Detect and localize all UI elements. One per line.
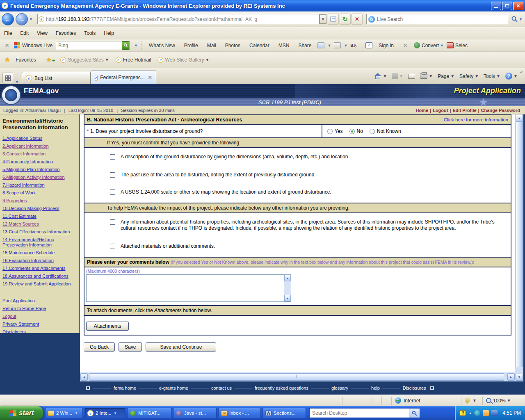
sidebar-link-return-home[interactable]: Return to Home Page: [2, 306, 77, 311]
checkbox-usgs-map[interactable]: [110, 189, 115, 195]
translate-icon[interactable]: aあ: [350, 42, 357, 48]
link-photos[interactable]: Photos: [221, 41, 245, 50]
sidebar-item-maintenance-schedule[interactable]: 15.Maintenance Schedule: [2, 250, 77, 256]
sidebar-item-cost-effectiveness-information[interactable]: 13.Cost Effectiveness Information: [2, 229, 77, 235]
grid-dropdown-icon[interactable]: ▼: [344, 43, 347, 48]
sidebar-item-match-sources[interactable]: 12.Match Sources: [2, 221, 77, 227]
tab-close-icon[interactable]: ✕: [148, 75, 152, 80]
tools-menu[interactable]: Tools▼: [481, 73, 503, 79]
horizontal-scroll-thumb[interactable]: ⦀: [89, 373, 504, 381]
vertical-scrollbar[interactable]: ▲ ▼: [515, 114, 523, 381]
address-input[interactable]: e http://192.168.3.193:7777/FEMAMitigati…: [37, 14, 320, 24]
help-button[interactable]: ?▼: [503, 73, 520, 80]
save-and-continue-button[interactable]: Save and Continue: [146, 342, 216, 352]
tray-outlook-icon[interactable]: [483, 410, 489, 416]
taskbar-item-internet[interactable]: e 2 Inte...▼: [84, 408, 126, 418]
tray-expand-icon[interactable]: ▲: [468, 411, 472, 415]
add-favorite-icon[interactable]: ★➜: [46, 56, 55, 64]
checkbox-past-use[interactable]: [110, 172, 115, 178]
link-calendar[interactable]: Calendar: [245, 41, 274, 50]
page-menu[interactable]: Page▼: [435, 73, 457, 79]
sidebar-link-disclaimers[interactable]: Disclaimers: [2, 329, 77, 333]
safety-menu[interactable]: Safety▼: [457, 73, 481, 79]
more-information-link[interactable]: Click here for more information: [444, 117, 508, 122]
scroll-down-icon[interactable]: ▼: [284, 295, 291, 301]
scroll-right-icon[interactable]: ▸: [507, 373, 515, 381]
sidebar-item-mitigation-activity-information[interactable]: 6.Mitigation Activity Information: [2, 175, 77, 180]
sidebar-link-print-application[interactable]: Print Application: [2, 298, 77, 304]
photos-icon[interactable]: [317, 42, 324, 48]
sidebar-item-assurances-and-certifications[interactable]: 18.Assurances and Certifications: [2, 274, 77, 279]
favorites-item-free-hotmail[interactable]: eFree Hotmail: [112, 55, 155, 64]
sidebar-item-environmental-historic[interactable]: 14.Environmental/Historic Preservation I…: [2, 237, 77, 248]
live-search-box[interactable]: b: [366, 14, 508, 24]
tray-question-icon[interactable]: ?: [460, 410, 466, 416]
scroll-up-icon[interactable]: ▲: [516, 115, 523, 122]
checkin-icon[interactable]: ✓: [365, 42, 372, 48]
menu-edit[interactable]: Edit: [16, 29, 33, 37]
convert-label[interactable]: Convert: [422, 43, 439, 48]
sidebar-item-evaluation-information[interactable]: 16.Evaluation Information: [2, 258, 77, 263]
sidebar-item-contact-information[interactable]: 3.Contact Information: [2, 151, 77, 157]
link-whats-new[interactable]: What's New: [144, 41, 180, 50]
footer-link-help[interactable]: help: [370, 386, 381, 390]
live-search-input[interactable]: [377, 16, 506, 22]
checkbox-historic-properties[interactable]: [110, 219, 115, 225]
attachments-button[interactable]: Attachments: [86, 322, 129, 331]
rss-button[interactable]: ▼: [389, 73, 406, 79]
taskbar-item-sections[interactable]: W Sections...: [262, 408, 306, 418]
quick-tabs-button[interactable]: [2, 73, 13, 83]
link-profile[interactable]: Profile: [180, 41, 203, 50]
protected-mode-button[interactable]: ▼: [461, 397, 482, 405]
go-back-button[interactable]: Go Back: [84, 342, 115, 352]
taskbar-item-windows[interactable]: 2 Win...▼: [45, 408, 83, 418]
sidebar-item-hazard-information[interactable]: 7.Hazard Information: [2, 183, 77, 188]
sidebar-item-cost-estimate[interactable]: 11.Cost Estimate: [2, 214, 77, 219]
header-link-home[interactable]: Home: [414, 108, 430, 113]
textarea-scrollbar[interactable]: ▲ ▼: [284, 275, 291, 301]
menu-file[interactable]: File: [0, 29, 16, 37]
close-button[interactable]: ✕: [513, 2, 523, 10]
sidebar-item-properties[interactable]: 9.Properties: [2, 198, 77, 203]
search-options-dropdown-icon[interactable]: ▼: [519, 17, 523, 21]
address-dropdown-icon[interactable]: ▼: [320, 14, 326, 24]
link-mail[interactable]: Mail: [203, 41, 221, 50]
header-link-change-password[interactable]: Change Password: [479, 108, 522, 113]
sidebar-item-decision-making-process[interactable]: 10.Decision Making Process: [2, 206, 77, 211]
checkbox-ground-description[interactable]: [110, 154, 115, 160]
sidebar-item-community-information[interactable]: 4.Community Information: [2, 159, 77, 164]
menu-view[interactable]: View: [33, 29, 52, 37]
stop-button[interactable]: ✕: [352, 14, 362, 24]
sidebar-link-logout[interactable]: Logout: [2, 314, 77, 319]
favorites-button[interactable]: Favorites: [12, 55, 39, 64]
restore-button[interactable]: [502, 2, 512, 10]
footer-link-egrants-home[interactable]: e-grants home: [158, 386, 190, 390]
start-button[interactable]: start: [0, 406, 43, 420]
read-mail-button[interactable]: [406, 74, 418, 79]
toolbar-close-icon[interactable]: ✕: [5, 43, 9, 48]
bing-search-box[interactable]: [56, 41, 130, 50]
sidebar-item-applicant-information[interactable]: 2.Applicant Information: [2, 144, 77, 149]
menu-tools[interactable]: Tools: [80, 29, 100, 37]
tray-messenger-icon[interactable]: [474, 410, 480, 416]
sign-in-link[interactable]: Sign in: [374, 41, 398, 50]
checkbox-attached-materials[interactable]: [110, 244, 115, 249]
footer-link-fema-home[interactable]: fema home: [112, 386, 138, 390]
link-share[interactable]: Share: [294, 41, 316, 50]
toolbar-close2-icon[interactable]: ✕: [403, 43, 407, 48]
desktop-search-button[interactable]: [409, 409, 420, 418]
tab-federal-emergency[interactable]: e Federal Emergenc... ✕: [91, 71, 156, 84]
search-icon[interactable]: [511, 16, 518, 22]
minimize-button[interactable]: [491, 2, 501, 10]
taskbar-item-inbox[interactable]: ✉ Inbox - ...: [218, 408, 261, 418]
tray-network-icon[interactable]: [491, 410, 498, 416]
footer-link-glossary[interactable]: glossary: [330, 386, 350, 390]
desktop-search-box[interactable]: [309, 408, 420, 418]
sidebar-item-mitigation-plan-information[interactable]: 5.Mitigation Plan Information: [2, 167, 77, 172]
back-button[interactable]: ←: [2, 13, 14, 25]
header-link-edit-profile[interactable]: Edit Profile: [451, 108, 478, 113]
footer-link-disclosures[interactable]: Disclosures: [401, 386, 428, 390]
horizontal-scrollbar[interactable]: ◂ ⦀ ▸: [80, 372, 515, 381]
comments-textarea[interactable]: ▲ ▼: [86, 274, 291, 302]
history-dropdown-icon[interactable]: ▼: [29, 17, 33, 21]
